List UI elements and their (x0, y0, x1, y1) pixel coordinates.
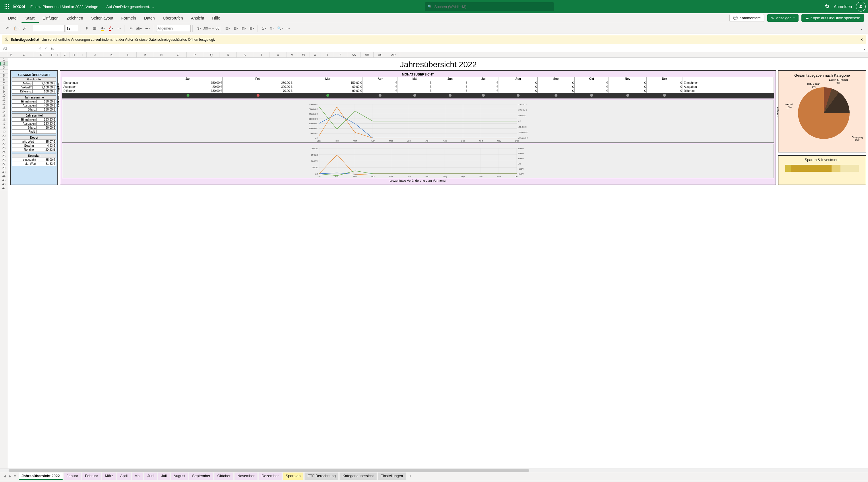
select-all-corner[interactable] (0, 52, 8, 57)
sheet-tab[interactable]: Mai (132, 473, 144, 480)
row-header[interactable]: 14 (0, 110, 8, 114)
row-header[interactable]: 4 (0, 70, 8, 74)
row-header[interactable]: 9 (0, 90, 8, 94)
row-header[interactable]: 45 (0, 178, 8, 182)
sheet-tab[interactable]: März (102, 473, 116, 480)
app-launcher-icon[interactable] (2, 2, 11, 11)
col-header[interactable]: D (33, 52, 50, 57)
row-header[interactable]: 19 (0, 130, 8, 134)
comments-button[interactable]: 💬Kommentare (730, 14, 764, 22)
currency-button[interactable]: $ (195, 25, 203, 32)
col-header[interactable]: B (8, 52, 15, 57)
prev-sheet-icon[interactable]: ◄ (3, 474, 7, 478)
sheet-tab[interactable]: Juni (144, 473, 157, 480)
col-header[interactable]: AB (361, 52, 374, 57)
search-box[interactable]: 🔍 (425, 2, 554, 11)
col-header[interactable]: J (87, 52, 103, 57)
sheet-tab[interactable]: Dezember (259, 473, 282, 480)
row-header[interactable]: 43 (0, 170, 8, 174)
confirm-formula-icon[interactable]: ✓ (44, 47, 47, 51)
row-header[interactable]: 16 (0, 118, 8, 122)
increase-decimal-button[interactable]: .00→ (204, 25, 211, 32)
name-box[interactable] (2, 46, 36, 51)
sheet-tab[interactable]: Oktober (214, 473, 234, 480)
add-sheet-button[interactable]: + (407, 474, 414, 478)
all-sheets-icon[interactable]: ≡ (14, 474, 16, 478)
align-button[interactable]: ≡ (128, 25, 135, 32)
row-header[interactable]: 18 (0, 126, 8, 130)
fx-icon[interactable]: fx (50, 47, 55, 51)
sheet-tab[interactable]: Sparplan (283, 473, 303, 480)
col-header[interactable]: X (309, 52, 321, 57)
tab-datei[interactable]: Datei (4, 14, 22, 22)
sheet-tab[interactable]: Januar (64, 473, 81, 480)
sheet-tab[interactable]: Juli (158, 473, 169, 480)
next-sheet-icon[interactable]: ► (8, 474, 12, 478)
signin-link[interactable]: Anmelden (834, 4, 852, 9)
row-header[interactable]: 17 (0, 122, 8, 126)
row-header[interactable]: 7 (0, 82, 8, 86)
insert-cells-button[interactable]: ⊞ (248, 25, 255, 32)
number-format-select[interactable] (156, 25, 191, 32)
sheet-tab[interactable]: April (117, 473, 130, 480)
sheet-tab[interactable]: September (189, 473, 213, 480)
fill-color-button[interactable]: ◆ (99, 25, 107, 32)
row-header[interactable]: 23 (0, 146, 8, 150)
row-header[interactable]: 2 (0, 62, 8, 66)
find-button[interactable]: 🔍 (276, 25, 284, 32)
col-header[interactable]: C (15, 52, 33, 57)
borders-button[interactable]: ▦ (91, 25, 99, 32)
col-header[interactable]: Q (203, 52, 220, 57)
tab-daten[interactable]: Daten (140, 14, 159, 22)
row-header[interactable]: 10 (0, 94, 8, 98)
row-header[interactable]: 5 (0, 74, 8, 78)
col-header[interactable]: I (78, 52, 87, 57)
row-header[interactable]: 26 (0, 158, 8, 162)
decrease-decimal-button[interactable]: ←.00 (212, 25, 219, 32)
wrap-text-button[interactable]: ab↵ (136, 25, 143, 32)
chevron-down-icon[interactable]: ⌄ (152, 5, 154, 8)
more-button[interactable]: ⋯ (284, 25, 292, 32)
row-header[interactable]: 8 (0, 86, 8, 90)
col-header[interactable]: AD (387, 52, 400, 57)
cell-styles-button[interactable]: ▥ (240, 25, 247, 32)
col-header[interactable]: U (270, 52, 286, 57)
col-header[interactable]: L (120, 52, 136, 57)
tab-zeichnen[interactable]: Zeichnen (63, 14, 87, 22)
row-header[interactable]: 20 (0, 134, 8, 138)
sheet-tab[interactable]: August (171, 473, 188, 480)
autosum-button[interactable]: Σ (260, 25, 268, 32)
col-header[interactable]: O (170, 52, 187, 57)
col-header[interactable]: F (55, 52, 61, 57)
sheet-tab[interactable]: Jahresübersicht 2022 (19, 473, 63, 480)
expand-ribbon-icon[interactable]: ⌄ (858, 26, 865, 30)
row-header[interactable]: 6 (0, 78, 8, 82)
settings-icon[interactable] (825, 4, 830, 10)
tab-seitenlayout[interactable]: Seitenlayout (87, 14, 117, 22)
bold-button[interactable]: F (83, 25, 91, 32)
row-header[interactable]: 21 (0, 138, 8, 142)
merge-button[interactable]: ⬌ (144, 25, 151, 32)
more-font-button[interactable]: ⋯ (115, 25, 123, 32)
row-header[interactable]: 27 (0, 162, 8, 166)
col-header[interactable]: V (286, 52, 298, 57)
col-header[interactable]: N (153, 52, 170, 57)
horizontal-scrollbar[interactable] (0, 469, 868, 472)
close-icon[interactable]: ✕ (860, 38, 863, 41)
cancel-formula-icon[interactable]: ✕ (38, 47, 41, 51)
col-header[interactable]: P (187, 52, 203, 57)
tab-ansicht[interactable]: Ansicht (187, 14, 208, 22)
sheet-tab[interactable]: Februar (82, 473, 101, 480)
row-header[interactable]: 11 (0, 98, 8, 102)
col-header[interactable]: M (136, 52, 153, 57)
format-painter-button[interactable]: 🖌 (21, 25, 28, 32)
tab-hilfe[interactable]: Hilfe (208, 14, 224, 22)
tab-formeln[interactable]: Formeln (117, 14, 140, 22)
paste-button[interactable]: 📋 (12, 25, 20, 32)
tab-einfügen[interactable]: Einfügen (39, 14, 63, 22)
row-header[interactable]: 12 (0, 102, 8, 106)
conditional-format-button[interactable]: ▤ (224, 25, 231, 32)
avatar-icon[interactable] (856, 2, 866, 11)
sheet-tab[interactable]: Kategorieübersicht (340, 473, 376, 480)
font-family-select[interactable] (33, 25, 65, 32)
